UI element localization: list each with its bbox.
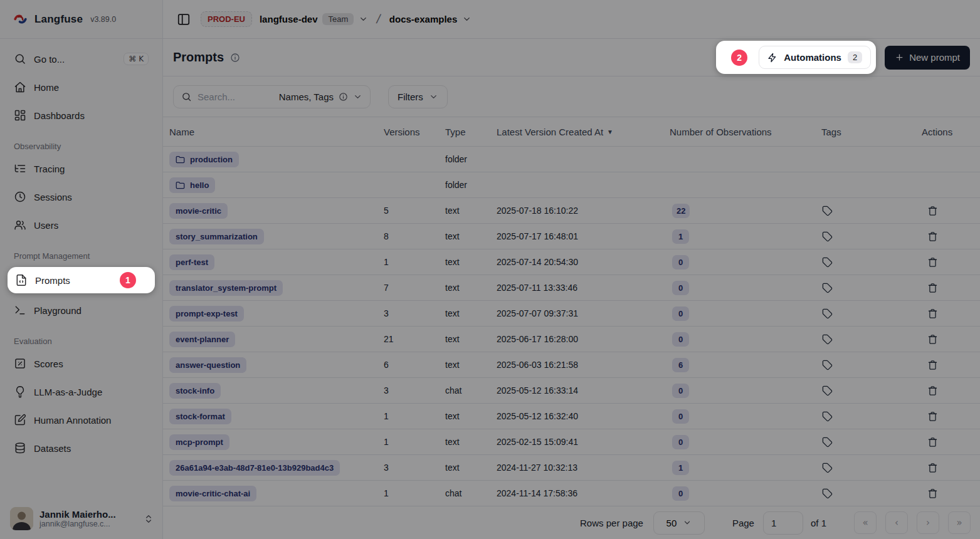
sidebar-item-prompts[interactable]: Prompts 1 <box>8 267 155 293</box>
file-code-icon <box>15 274 28 286</box>
tour-step-2-badge: 2 <box>731 50 747 66</box>
sidebar-item-label: Prompts <box>35 275 70 286</box>
zap-icon <box>767 53 777 63</box>
automations-count-badge: 2 <box>848 51 862 63</box>
tour-step-1-badge: 1 <box>120 272 136 288</box>
automations-button[interactable]: Automations 2 <box>759 46 871 69</box>
automations-label: Automations <box>784 52 841 63</box>
automations-tour-stage: 2 Automations 2 <box>716 41 876 74</box>
